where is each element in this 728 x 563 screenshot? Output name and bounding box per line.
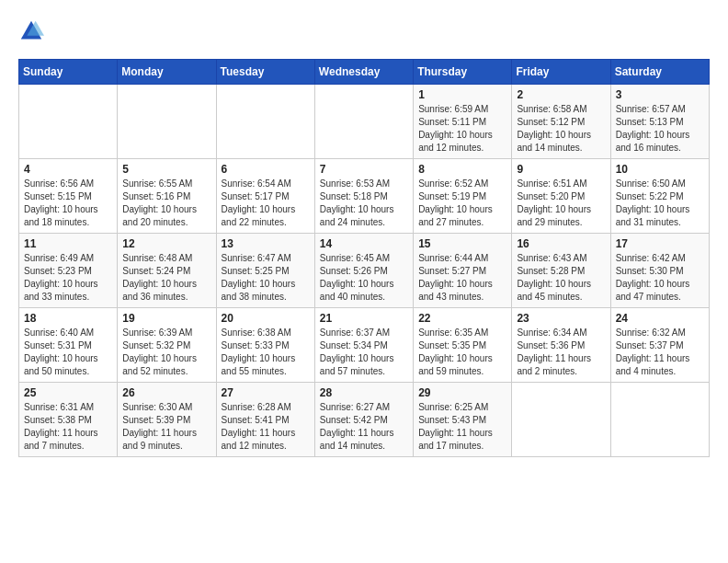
day-info: Sunrise: 6:49 AM Sunset: 5:23 PM Dayligh… — [24, 252, 112, 304]
day-number: 4 — [24, 163, 112, 176]
calendar-cell: 19Sunrise: 6:39 AM Sunset: 5:32 PM Dayli… — [118, 308, 216, 383]
column-header-monday: Monday — [118, 60, 216, 85]
day-info: Sunrise: 6:52 AM Sunset: 5:19 PM Dayligh… — [418, 178, 506, 229]
calendar-cell: 3Sunrise: 6:57 AM Sunset: 5:13 PM Daylig… — [610, 85, 709, 159]
calendar-cell: 2Sunrise: 6:58 AM Sunset: 5:12 PM Daylig… — [512, 85, 610, 159]
calendar-cell: 15Sunrise: 6:44 AM Sunset: 5:27 PM Dayli… — [414, 234, 512, 308]
calendar-cell: 12Sunrise: 6:48 AM Sunset: 5:24 PM Dayli… — [118, 234, 216, 308]
calendar-cell: 22Sunrise: 6:35 AM Sunset: 5:35 PM Dayli… — [414, 308, 512, 383]
calendar-week-3: 11Sunrise: 6:49 AM Sunset: 5:23 PM Dayli… — [19, 234, 710, 308]
calendar-cell: 9Sunrise: 6:51 AM Sunset: 5:20 PM Daylig… — [512, 159, 610, 234]
calendar-cell — [610, 383, 709, 457]
calendar-cell: 29Sunrise: 6:25 AM Sunset: 5:43 PM Dayli… — [414, 383, 512, 457]
day-info: Sunrise: 6:50 AM Sunset: 5:22 PM Dayligh… — [616, 178, 704, 229]
day-number: 29 — [418, 386, 506, 399]
column-header-tuesday: Tuesday — [216, 60, 314, 85]
day-number: 26 — [122, 386, 210, 399]
calendar-cell: 4Sunrise: 6:56 AM Sunset: 5:15 PM Daylig… — [19, 159, 118, 234]
calendar-cell: 21Sunrise: 6:37 AM Sunset: 5:34 PM Dayli… — [314, 308, 413, 383]
calendar-week-4: 18Sunrise: 6:40 AM Sunset: 5:31 PM Dayli… — [19, 308, 710, 383]
day-info: Sunrise: 6:38 AM Sunset: 5:33 PM Dayligh… — [222, 327, 310, 378]
day-number: 20 — [222, 312, 310, 325]
logo — [18, 18, 48, 44]
day-number: 22 — [418, 312, 506, 325]
day-info: Sunrise: 6:31 AM Sunset: 5:38 PM Dayligh… — [24, 401, 112, 453]
day-info: Sunrise: 6:59 AM Sunset: 5:11 PM Dayligh… — [418, 103, 506, 155]
page-header — [18, 18, 710, 44]
day-info: Sunrise: 6:39 AM Sunset: 5:32 PM Dayligh… — [122, 327, 210, 378]
day-info: Sunrise: 6:54 AM Sunset: 5:17 PM Dayligh… — [222, 178, 310, 229]
day-info: Sunrise: 6:28 AM Sunset: 5:41 PM Dayligh… — [222, 401, 310, 453]
day-info: Sunrise: 6:44 AM Sunset: 5:27 PM Dayligh… — [418, 252, 506, 304]
day-number: 17 — [616, 237, 704, 250]
day-info: Sunrise: 6:25 AM Sunset: 5:43 PM Dayligh… — [418, 401, 506, 453]
day-number: 15 — [418, 237, 506, 250]
day-number: 1 — [418, 88, 506, 101]
calendar-cell — [118, 85, 216, 159]
day-number: 6 — [222, 163, 310, 176]
day-number: 7 — [320, 163, 408, 176]
calendar-cell: 17Sunrise: 6:42 AM Sunset: 5:30 PM Dayli… — [610, 234, 709, 308]
calendar-cell: 14Sunrise: 6:45 AM Sunset: 5:26 PM Dayli… — [314, 234, 413, 308]
calendar-cell: 7Sunrise: 6:53 AM Sunset: 5:18 PM Daylig… — [314, 159, 413, 234]
day-number: 2 — [517, 88, 605, 101]
calendar-week-1: 1Sunrise: 6:59 AM Sunset: 5:11 PM Daylig… — [19, 85, 710, 159]
column-header-saturday: Saturday — [610, 60, 709, 85]
column-header-sunday: Sunday — [19, 60, 118, 85]
column-header-wednesday: Wednesday — [314, 60, 413, 85]
day-info: Sunrise: 6:32 AM Sunset: 5:37 PM Dayligh… — [616, 327, 704, 378]
day-number: 23 — [517, 312, 605, 325]
day-number: 25 — [24, 386, 112, 399]
calendar-cell: 1Sunrise: 6:59 AM Sunset: 5:11 PM Daylig… — [414, 85, 512, 159]
day-info: Sunrise: 6:56 AM Sunset: 5:15 PM Dayligh… — [24, 178, 112, 229]
day-number: 9 — [517, 163, 605, 176]
calendar-header-row: SundayMondayTuesdayWednesdayThursdayFrid… — [19, 60, 710, 85]
day-number: 21 — [320, 312, 408, 325]
calendar-cell: 11Sunrise: 6:49 AM Sunset: 5:23 PM Dayli… — [19, 234, 118, 308]
day-info: Sunrise: 6:40 AM Sunset: 5:31 PM Dayligh… — [24, 327, 112, 378]
day-number: 27 — [222, 386, 310, 399]
day-number: 28 — [320, 386, 408, 399]
calendar-cell: 24Sunrise: 6:32 AM Sunset: 5:37 PM Dayli… — [610, 308, 709, 383]
day-info: Sunrise: 6:53 AM Sunset: 5:18 PM Dayligh… — [320, 178, 408, 229]
calendar-cell: 28Sunrise: 6:27 AM Sunset: 5:42 PM Dayli… — [314, 383, 413, 457]
day-info: Sunrise: 6:57 AM Sunset: 5:13 PM Dayligh… — [616, 103, 704, 155]
calendar-cell: 25Sunrise: 6:31 AM Sunset: 5:38 PM Dayli… — [19, 383, 118, 457]
calendar-cell: 13Sunrise: 6:47 AM Sunset: 5:25 PM Dayli… — [216, 234, 314, 308]
day-number: 5 — [122, 163, 210, 176]
day-number: 24 — [616, 312, 704, 325]
calendar-cell: 6Sunrise: 6:54 AM Sunset: 5:17 PM Daylig… — [216, 159, 314, 234]
calendar-cell — [314, 85, 413, 159]
day-info: Sunrise: 6:43 AM Sunset: 5:28 PM Dayligh… — [517, 252, 605, 304]
day-info: Sunrise: 6:34 AM Sunset: 5:36 PM Dayligh… — [517, 327, 605, 378]
day-number: 19 — [122, 312, 210, 325]
calendar-cell: 23Sunrise: 6:34 AM Sunset: 5:36 PM Dayli… — [512, 308, 610, 383]
calendar-cell: 10Sunrise: 6:50 AM Sunset: 5:22 PM Dayli… — [610, 159, 709, 234]
day-number: 11 — [24, 237, 112, 250]
day-info: Sunrise: 6:45 AM Sunset: 5:26 PM Dayligh… — [320, 252, 408, 304]
calendar-cell: 26Sunrise: 6:30 AM Sunset: 5:39 PM Dayli… — [118, 383, 216, 457]
calendar-table: SundayMondayTuesdayWednesdayThursdayFrid… — [18, 59, 710, 457]
calendar-cell — [216, 85, 314, 159]
day-number: 14 — [320, 237, 408, 250]
day-info: Sunrise: 6:37 AM Sunset: 5:34 PM Dayligh… — [320, 327, 408, 378]
day-info: Sunrise: 6:27 AM Sunset: 5:42 PM Dayligh… — [320, 401, 408, 453]
day-info: Sunrise: 6:47 AM Sunset: 5:25 PM Dayligh… — [222, 252, 310, 304]
column-header-thursday: Thursday — [414, 60, 512, 85]
calendar-cell: 16Sunrise: 6:43 AM Sunset: 5:28 PM Dayli… — [512, 234, 610, 308]
day-info: Sunrise: 6:30 AM Sunset: 5:39 PM Dayligh… — [122, 401, 210, 453]
calendar-cell: 8Sunrise: 6:52 AM Sunset: 5:19 PM Daylig… — [414, 159, 512, 234]
day-number: 12 — [122, 237, 210, 250]
calendar-cell: 18Sunrise: 6:40 AM Sunset: 5:31 PM Dayli… — [19, 308, 118, 383]
calendar-cell: 20Sunrise: 6:38 AM Sunset: 5:33 PM Dayli… — [216, 308, 314, 383]
day-number: 3 — [616, 88, 704, 101]
calendar-cell — [512, 383, 610, 457]
column-header-friday: Friday — [512, 60, 610, 85]
calendar-cell — [19, 85, 118, 159]
calendar-week-2: 4Sunrise: 6:56 AM Sunset: 5:15 PM Daylig… — [19, 159, 710, 234]
day-number: 13 — [222, 237, 310, 250]
day-number: 8 — [418, 163, 506, 176]
calendar-cell: 27Sunrise: 6:28 AM Sunset: 5:41 PM Dayli… — [216, 383, 314, 457]
calendar-cell: 5Sunrise: 6:55 AM Sunset: 5:16 PM Daylig… — [118, 159, 216, 234]
day-info: Sunrise: 6:35 AM Sunset: 5:35 PM Dayligh… — [418, 327, 506, 378]
